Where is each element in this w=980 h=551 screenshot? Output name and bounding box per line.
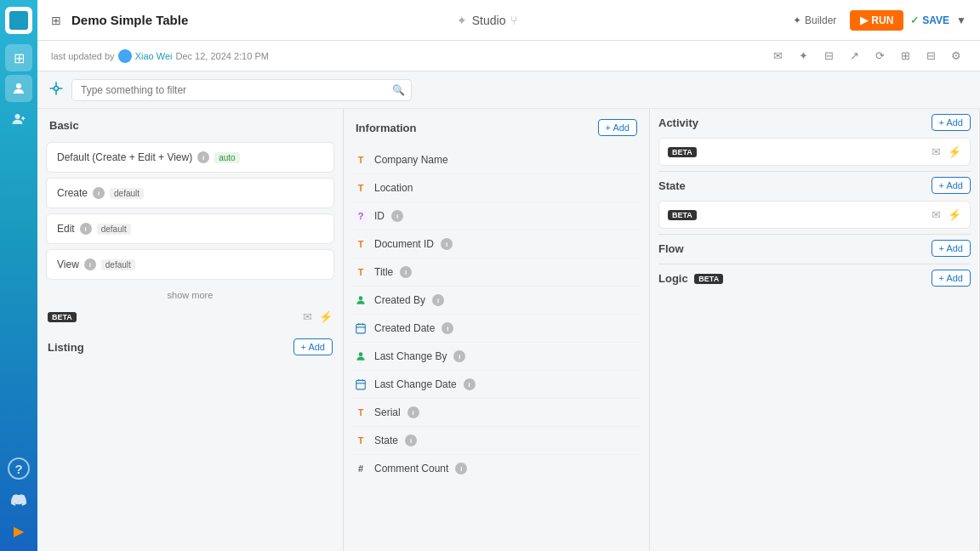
listing-add-button[interactable]: + Add [293, 338, 333, 355]
studio-label: ✦ Studio ⑂ [457, 14, 518, 27]
info-icon-view[interactable]: i [84, 258, 96, 270]
field-last-change-by: Last Change By i [352, 343, 641, 371]
state-email-icon[interactable]: ✉ [932, 208, 941, 221]
flow-section: Flow + Add [658, 240, 971, 257]
info-icon-created-date[interactable]: i [442, 322, 453, 334]
info-icon-create[interactable]: i [93, 187, 105, 199]
field-comment-count: # Comment Count i [352, 455, 641, 482]
field-type-icon-person1 [354, 293, 368, 307]
save-dropdown-button[interactable]: ▼ [956, 14, 966, 26]
save-button[interactable]: ✓ SAVE [910, 14, 949, 26]
lightning-icon[interactable]: ⚡ [319, 310, 333, 323]
topbar-center: ✦ Studio ⑂ [198, 14, 776, 27]
field-last-change-date: Last Change Date i [352, 371, 641, 399]
info-icon-id[interactable]: i [391, 210, 403, 222]
state-add-button[interactable]: + Add [932, 177, 971, 194]
sidebar-logo[interactable] [5, 7, 32, 34]
main-content: ⊞ Demo Simple Table ✦ Studio ⑂ ✦ Builder… [37, 0, 980, 551]
panels-container: Basic Default (Create + Edit + View) i a… [37, 109, 980, 551]
sidebar-item-cursor[interactable]: ▶ [5, 517, 32, 544]
minus-icon-btn[interactable]: ⊟ [818, 46, 839, 66]
flow-title: Flow [658, 242, 684, 255]
activity-lightning-icon[interactable]: ⚡ [948, 145, 961, 158]
information-panel-title: Information [356, 122, 417, 134]
show-more-link[interactable]: show more [46, 285, 334, 305]
info-icon-document-id[interactable]: i [441, 238, 453, 250]
listing-header: Listing + Add [46, 333, 334, 361]
refresh-icon-btn[interactable]: ⟳ [869, 46, 890, 66]
field-type-icon-hash: # [354, 462, 368, 475]
activity-beta-badge: BETA [668, 147, 697, 157]
topbar: ⊞ Demo Simple Table ✦ Studio ⑂ ✦ Builder… [37, 0, 980, 41]
field-created-by: Created By i [352, 287, 641, 315]
sidebar-item-home[interactable]: ⊞ [5, 44, 32, 71]
state-section-header: State + Add [658, 177, 971, 194]
state-lightning-icon[interactable]: ⚡ [948, 208, 961, 221]
divider-3 [658, 264, 971, 264]
info-icon-serial[interactable]: i [407, 406, 419, 418]
field-label-id: ID [374, 210, 385, 222]
builder-button[interactable]: ✦ Builder [786, 11, 843, 30]
star-icon-btn[interactable]: ✦ [793, 46, 813, 66]
listing-section: Listing + Add [46, 333, 334, 361]
run-icon: ▶ [860, 14, 868, 26]
email-icon-btn[interactable]: ✉ [767, 46, 788, 66]
info-icon-last-change-by[interactable]: i [453, 350, 465, 362]
field-serial: T Serial i [352, 399, 641, 427]
activity-title: Activity [658, 116, 698, 129]
sidebar-item-user-plus[interactable] [5, 105, 32, 133]
field-type-icon-T3: T [354, 237, 368, 251]
logic-add-button[interactable]: + Add [932, 270, 971, 287]
field-label-last-change-by: Last Change By [374, 350, 447, 362]
info-icon-last-change-date[interactable]: i [464, 378, 476, 390]
grid-icon-btn[interactable]: ⊞ [895, 46, 915, 66]
run-button[interactable]: ▶ RUN [850, 10, 903, 31]
information-add-button[interactable]: + Add [598, 119, 637, 136]
info-icon-comment-count[interactable]: i [455, 463, 467, 474]
field-label-location: Location [374, 182, 413, 194]
field-label-state: State [374, 435, 398, 446]
info-icon-title[interactable]: i [400, 266, 412, 278]
basic-item-default-row: Default (Create + Edit + View) i auto [57, 151, 323, 163]
svg-rect-6 [356, 324, 366, 333]
svg-rect-11 [356, 380, 366, 389]
basic-item-create-label: Create [57, 187, 88, 199]
basic-item-create-row: Create i default [57, 187, 323, 199]
field-type-icon-T: T [354, 153, 368, 167]
share-icon-btn[interactable]: ⊟ [920, 46, 941, 66]
field-state: T State i [352, 427, 641, 455]
svg-point-0 [16, 83, 21, 88]
info-icon-created-by[interactable]: i [432, 294, 444, 306]
svg-point-1 [15, 114, 20, 119]
badge-default-edit: default [97, 224, 131, 235]
basic-item-view: View i default [46, 249, 334, 280]
state-title: State [658, 179, 686, 192]
activity-email-icon[interactable]: ✉ [932, 145, 941, 158]
beta-badge: BETA [48, 312, 77, 322]
email-icon[interactable]: ✉ [303, 310, 312, 323]
basic-panel-title: Basic [49, 119, 79, 132]
field-document-id: T Document ID i [352, 230, 641, 258]
more-icon-btn[interactable]: ⚙ [946, 46, 966, 66]
info-icon-default[interactable]: i [197, 151, 209, 163]
listing-title: Listing [48, 341, 84, 354]
divider-2 [658, 234, 971, 235]
info-icon-state[interactable]: i [405, 435, 417, 446]
search-icon: 🔍 [392, 84, 405, 96]
basic-panel: Basic Default (Create + Edit + View) i a… [37, 109, 344, 551]
sidebar-item-discord[interactable] [5, 486, 32, 514]
field-label-created-by: Created By [374, 294, 425, 306]
filter-input[interactable] [71, 79, 412, 101]
sidebar-item-users[interactable] [5, 75, 32, 102]
sidebar-item-help[interactable]: ? [8, 457, 30, 480]
info-icon-edit[interactable]: i [80, 223, 92, 235]
badge-default-view: default [101, 259, 135, 270]
arrow-icon-btn[interactable]: ↗ [844, 46, 864, 66]
flow-add-button[interactable]: + Add [932, 240, 971, 257]
basic-item-create: Create i default [46, 178, 334, 208]
field-title: T Title i [352, 258, 641, 287]
field-label-last-change-date: Last Change Date [374, 378, 457, 390]
table-icon: ⊞ [51, 14, 61, 27]
field-created-date: Created Date i [352, 315, 641, 343]
activity-add-button[interactable]: + Add [932, 114, 971, 131]
